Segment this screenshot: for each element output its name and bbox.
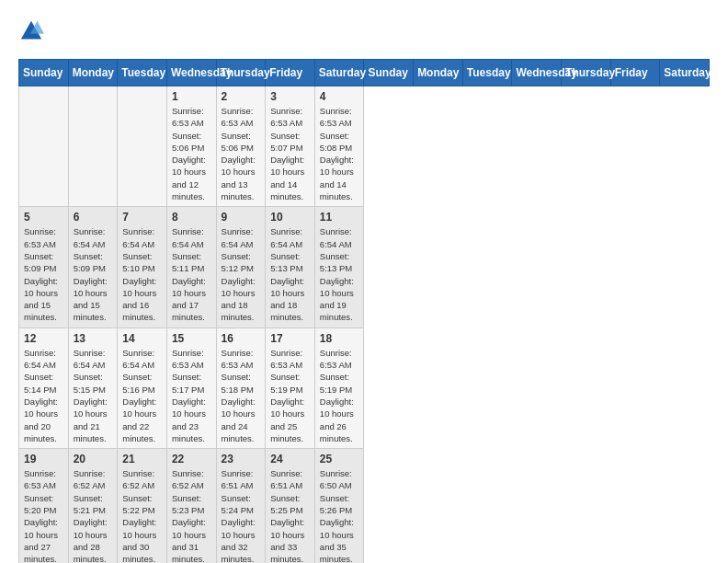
day-info: Sunrise: 6:53 AM Sunset: 5:06 PM Dayligh…	[172, 105, 211, 202]
calendar-cell: 21Sunrise: 6:52 AM Sunset: 5:22 PM Dayli…	[118, 449, 167, 563]
calendar-cell: 19Sunrise: 6:53 AM Sunset: 5:20 PM Dayli…	[19, 449, 69, 563]
calendar-cell: 24Sunrise: 6:51 AM Sunset: 5:25 PM Dayli…	[266, 449, 315, 563]
day-number: 11	[320, 211, 359, 224]
calendar-header-row: SundayMondayTuesdayWednesdayThursdayFrid…	[19, 60, 710, 86]
header-sunday: Sunday	[19, 60, 69, 86]
header-friday: Friday	[266, 60, 315, 86]
calendar-cell: 3Sunrise: 6:53 AM Sunset: 5:07 PM Daylig…	[266, 86, 315, 207]
calendar-cell: 23Sunrise: 6:51 AM Sunset: 5:24 PM Dayli…	[216, 449, 266, 563]
day-number: 20	[74, 453, 113, 465]
calendar-table: SundayMondayTuesdayWednesdayThursdayFrid…	[18, 59, 710, 563]
header-sunday: Sunday	[364, 60, 414, 86]
calendar-cell: 25Sunrise: 6:50 AM Sunset: 5:26 PM Dayli…	[314, 449, 364, 563]
day-number: 22	[172, 453, 211, 465]
calendar-cell: 5Sunrise: 6:53 AM Sunset: 5:09 PM Daylig…	[19, 207, 69, 327]
day-info: Sunrise: 6:54 AM Sunset: 5:14 PM Dayligh…	[24, 347, 63, 444]
calendar-week-3: 12Sunrise: 6:54 AM Sunset: 5:14 PM Dayli…	[19, 327, 710, 448]
page-header	[18, 18, 710, 44]
day-number: 6	[74, 211, 113, 224]
calendar-cell: 10Sunrise: 6:54 AM Sunset: 5:13 PM Dayli…	[266, 207, 315, 327]
day-info: Sunrise: 6:53 AM Sunset: 5:20 PM Dayligh…	[24, 467, 63, 563]
day-number: 15	[172, 332, 211, 345]
header-monday: Monday	[68, 60, 118, 86]
logo-icon	[18, 18, 44, 44]
day-info: Sunrise: 6:53 AM Sunset: 5:09 PM Dayligh…	[24, 225, 63, 323]
calendar-cell: 18Sunrise: 6:53 AM Sunset: 5:19 PM Dayli…	[314, 327, 364, 448]
header-wednesday: Wednesday	[512, 60, 562, 86]
calendar-cell: 4Sunrise: 6:53 AM Sunset: 5:08 PM Daylig…	[314, 86, 364, 207]
day-number: 18	[320, 332, 359, 345]
day-info: Sunrise: 6:53 AM Sunset: 5:18 PM Dayligh…	[222, 347, 261, 444]
day-info: Sunrise: 6:54 AM Sunset: 5:10 PM Dayligh…	[122, 225, 162, 323]
calendar-cell	[19, 86, 69, 207]
day-info: Sunrise: 6:51 AM Sunset: 5:24 PM Dayligh…	[222, 467, 261, 563]
day-info: Sunrise: 6:53 AM Sunset: 5:08 PM Dayligh…	[320, 105, 359, 202]
day-number: 17	[270, 332, 310, 345]
calendar-cell	[118, 86, 167, 207]
day-number: 2	[222, 90, 261, 103]
day-info: Sunrise: 6:54 AM Sunset: 5:12 PM Dayligh…	[222, 225, 261, 323]
day-number: 14	[122, 332, 162, 345]
calendar-cell: 16Sunrise: 6:53 AM Sunset: 5:18 PM Dayli…	[216, 327, 266, 448]
calendar-cell: 9Sunrise: 6:54 AM Sunset: 5:12 PM Daylig…	[216, 207, 266, 327]
header-friday: Friday	[610, 60, 660, 86]
day-info: Sunrise: 6:53 AM Sunset: 5:19 PM Dayligh…	[270, 347, 310, 444]
calendar-cell: 14Sunrise: 6:54 AM Sunset: 5:16 PM Dayli…	[118, 327, 167, 448]
day-number: 10	[270, 211, 310, 224]
day-info: Sunrise: 6:54 AM Sunset: 5:09 PM Dayligh…	[74, 225, 113, 323]
day-number: 3	[270, 90, 310, 103]
header-tuesday: Tuesday	[118, 60, 167, 86]
day-info: Sunrise: 6:54 AM Sunset: 5:15 PM Dayligh…	[74, 347, 113, 444]
calendar-cell: 20Sunrise: 6:52 AM Sunset: 5:21 PM Dayli…	[68, 449, 118, 563]
calendar-week-1: 1Sunrise: 6:53 AM Sunset: 5:06 PM Daylig…	[19, 86, 710, 207]
calendar-cell	[68, 86, 118, 207]
day-number: 19	[24, 453, 63, 465]
calendar-cell: 12Sunrise: 6:54 AM Sunset: 5:14 PM Dayli…	[19, 327, 69, 448]
header-saturday: Saturday	[314, 60, 364, 86]
calendar-cell: 2Sunrise: 6:53 AM Sunset: 5:06 PM Daylig…	[216, 86, 266, 207]
calendar-week-2: 5Sunrise: 6:53 AM Sunset: 5:09 PM Daylig…	[19, 207, 710, 327]
day-number: 7	[122, 211, 162, 224]
day-number: 24	[270, 453, 310, 465]
day-info: Sunrise: 6:51 AM Sunset: 5:25 PM Dayligh…	[270, 467, 310, 563]
day-number: 8	[172, 211, 211, 224]
day-info: Sunrise: 6:53 AM Sunset: 5:07 PM Dayligh…	[270, 105, 310, 202]
day-number: 13	[74, 332, 113, 345]
logo	[18, 18, 48, 44]
day-info: Sunrise: 6:50 AM Sunset: 5:26 PM Dayligh…	[320, 467, 359, 563]
day-number: 16	[222, 332, 261, 345]
calendar-cell: 17Sunrise: 6:53 AM Sunset: 5:19 PM Dayli…	[266, 327, 315, 448]
day-number: 25	[320, 453, 359, 465]
day-info: Sunrise: 6:53 AM Sunset: 5:17 PM Dayligh…	[172, 347, 211, 444]
day-number: 9	[222, 211, 261, 224]
header-thursday: Thursday	[216, 60, 266, 86]
day-info: Sunrise: 6:52 AM Sunset: 5:22 PM Dayligh…	[122, 467, 162, 563]
calendar-cell: 13Sunrise: 6:54 AM Sunset: 5:15 PM Dayli…	[68, 327, 118, 448]
day-info: Sunrise: 6:53 AM Sunset: 5:19 PM Dayligh…	[320, 347, 359, 444]
calendar-cell: 22Sunrise: 6:52 AM Sunset: 5:23 PM Dayli…	[166, 449, 216, 563]
header-monday: Monday	[414, 60, 463, 86]
calendar-cell: 11Sunrise: 6:54 AM Sunset: 5:13 PM Dayli…	[314, 207, 364, 327]
calendar-cell: 7Sunrise: 6:54 AM Sunset: 5:10 PM Daylig…	[118, 207, 167, 327]
day-info: Sunrise: 6:54 AM Sunset: 5:11 PM Dayligh…	[172, 225, 211, 323]
calendar-cell: 8Sunrise: 6:54 AM Sunset: 5:11 PM Daylig…	[166, 207, 216, 327]
day-info: Sunrise: 6:54 AM Sunset: 5:16 PM Dayligh…	[122, 347, 162, 444]
calendar-cell: 6Sunrise: 6:54 AM Sunset: 5:09 PM Daylig…	[68, 207, 118, 327]
day-number: 12	[24, 332, 63, 345]
calendar-cell: 15Sunrise: 6:53 AM Sunset: 5:17 PM Dayli…	[166, 327, 216, 448]
day-info: Sunrise: 6:54 AM Sunset: 5:13 PM Dayligh…	[320, 225, 359, 323]
calendar-week-4: 19Sunrise: 6:53 AM Sunset: 5:20 PM Dayli…	[19, 449, 710, 563]
day-info: Sunrise: 6:54 AM Sunset: 5:13 PM Dayligh…	[270, 225, 310, 323]
day-info: Sunrise: 6:52 AM Sunset: 5:23 PM Dayligh…	[172, 467, 211, 563]
day-number: 4	[320, 90, 359, 103]
day-number: 21	[122, 453, 162, 465]
header-wednesday: Wednesday	[166, 60, 216, 86]
day-number: 5	[24, 211, 63, 224]
header-saturday: Saturday	[660, 60, 710, 86]
header-tuesday: Tuesday	[462, 60, 512, 86]
day-number: 23	[222, 453, 261, 465]
day-info: Sunrise: 6:53 AM Sunset: 5:06 PM Dayligh…	[222, 105, 261, 202]
header-thursday: Thursday	[562, 60, 611, 86]
day-info: Sunrise: 6:52 AM Sunset: 5:21 PM Dayligh…	[74, 467, 113, 563]
day-number: 1	[172, 90, 211, 103]
